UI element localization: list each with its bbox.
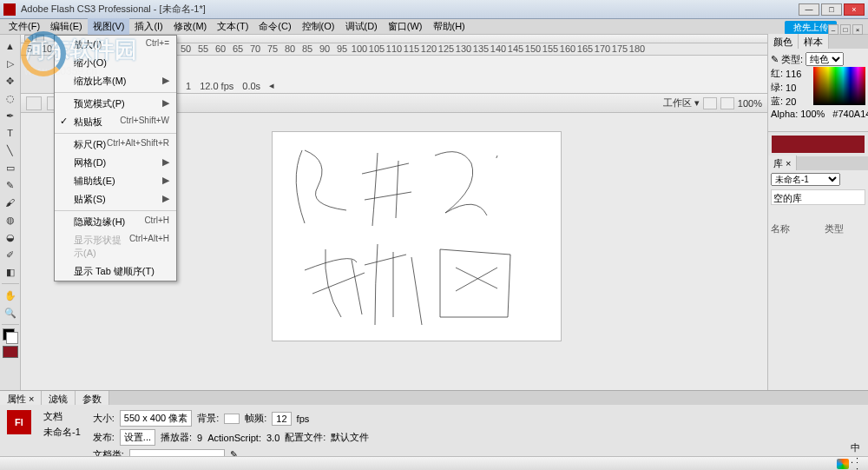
doc-label: 文档 bbox=[43, 410, 62, 423]
minimize-button[interactable]: — bbox=[799, 3, 819, 16]
doc-window-controls: – □ × bbox=[828, 24, 863, 35]
view-menu-dropdown: 放大(I)Ctrl+= 缩小(O) 缩放比率(M)▶ 预览模式(P)▶ ✓粘贴板… bbox=[54, 35, 177, 281]
zoom-value[interactable]: 100% bbox=[738, 98, 762, 109]
properties-panel: 属性 × 滤镜 参数 Fl 文档 未命名-1 大小: 550 x 400 像素 … bbox=[0, 390, 868, 456]
menu-item[interactable]: 窗口(W) bbox=[383, 18, 428, 35]
menu-item[interactable]: 视图(V) bbox=[88, 18, 130, 35]
ink-bottle-tool[interactable]: ◍ bbox=[2, 212, 19, 228]
window-title: Adobe Flash CS3 Professional - [未命名-1*] bbox=[21, 3, 206, 16]
canvas[interactable] bbox=[273, 132, 561, 341]
app-icon bbox=[3, 3, 16, 16]
menu-scale[interactable]: 缩放比率(M)▶ bbox=[55, 72, 176, 90]
doc-minimize[interactable]: – bbox=[828, 24, 838, 35]
workspace-label[interactable]: 工作区 ▾ bbox=[663, 96, 700, 109]
current-color-swatch bbox=[772, 136, 865, 153]
tool-separator bbox=[2, 283, 19, 284]
b-value[interactable]: 20 bbox=[786, 96, 796, 107]
eraser-tool[interactable]: ◧ bbox=[2, 264, 19, 280]
bg-swatch[interactable] bbox=[224, 414, 240, 424]
fill-type-select[interactable]: 纯色 bbox=[806, 52, 844, 66]
paint-bucket-tool[interactable]: ◒ bbox=[2, 229, 19, 245]
text-tool[interactable]: T bbox=[2, 125, 19, 141]
menu-preview[interactable]: 预览模式(P)▶ bbox=[55, 95, 176, 113]
color-tab[interactable]: 颜色 bbox=[768, 34, 799, 50]
library-empty: 空的库 bbox=[771, 189, 865, 205]
workspace-icon[interactable] bbox=[703, 97, 717, 109]
free-transform-tool[interactable]: ✥ bbox=[2, 73, 19, 89]
ime-bar[interactable]: 中 . : , ; — bbox=[837, 459, 863, 469]
menubar: 文件(F)编辑(E)视图(V)插入(I)修改(M)文本(T)命令(C)控制(O)… bbox=[0, 19, 868, 35]
system-tray: 中 . : , ; — bbox=[837, 459, 863, 469]
hex-value[interactable]: #740A14 bbox=[832, 109, 868, 119]
menu-item[interactable]: 修改(M) bbox=[168, 18, 213, 35]
brush-tool[interactable]: 🖌 bbox=[2, 195, 19, 210]
tab-params[interactable]: 参数 bbox=[76, 391, 109, 405]
menu-tab-order[interactable]: 显示 Tab 键顺序(T) bbox=[55, 262, 176, 281]
window-controls: — □ × bbox=[799, 3, 865, 16]
scene-icon[interactable] bbox=[26, 96, 42, 110]
library-tab: 库 × bbox=[768, 156, 868, 170]
tab-properties[interactable]: 属性 × bbox=[0, 391, 42, 405]
line-tool[interactable]: ╲ bbox=[2, 142, 19, 158]
eyedropper-tool[interactable]: ✐ bbox=[2, 247, 19, 262]
alpha-value[interactable]: 100% bbox=[800, 109, 825, 119]
g-value[interactable]: 10 bbox=[786, 83, 796, 93]
menu-zoomin[interactable]: 放大(I)Ctrl+= bbox=[55, 36, 176, 54]
taskbar: 中 . : , ; — bbox=[0, 456, 868, 470]
doc-name: 未命名-1 bbox=[43, 426, 81, 439]
tool-separator bbox=[2, 324, 19, 325]
fps-input[interactable]: 12 bbox=[272, 412, 291, 426]
menu-item[interactable]: 帮助(H) bbox=[428, 18, 470, 35]
color-spectrum[interactable] bbox=[813, 67, 865, 105]
library-doc-select[interactable]: 未命名-1 bbox=[771, 173, 840, 186]
tab-filters[interactable]: 滤镜 bbox=[42, 391, 76, 405]
menu-zoomout[interactable]: 缩小(O) bbox=[55, 54, 176, 72]
selection-tool[interactable]: ▲ bbox=[2, 38, 19, 54]
settings-button[interactable]: 设置... bbox=[120, 429, 155, 446]
stage-fit-icon[interactable] bbox=[720, 97, 734, 109]
fill-color-swatch[interactable] bbox=[3, 346, 18, 358]
menu-shape-hints[interactable]: 显示形状提示(A)Ctrl+Alt+H bbox=[55, 231, 176, 262]
menu-item[interactable]: 控制(O) bbox=[297, 18, 340, 35]
lasso-tool[interactable]: ◌ bbox=[2, 90, 19, 106]
doc-close[interactable]: × bbox=[852, 24, 863, 35]
menu-item[interactable]: 编辑(E) bbox=[45, 18, 88, 35]
col-name[interactable]: 名称 bbox=[771, 222, 790, 235]
menu-pasteboard[interactable]: ✓粘贴板Ctrl+Shift+W bbox=[55, 113, 176, 131]
menu-item[interactable]: 命令(C) bbox=[253, 18, 296, 35]
drawing bbox=[273, 132, 561, 341]
maximize-button[interactable]: □ bbox=[821, 3, 842, 16]
pencil-tool[interactable]: ✎ bbox=[2, 177, 19, 193]
subselection-tool[interactable]: ▷ bbox=[2, 56, 19, 71]
menu-item[interactable]: 调试(D) bbox=[340, 18, 383, 35]
menu-guides[interactable]: 辅助线(E)▶ bbox=[55, 172, 176, 190]
pen-tool[interactable]: ✒ bbox=[2, 108, 19, 123]
menu-grid[interactable]: 网格(D)▶ bbox=[55, 154, 176, 172]
rectangle-tool[interactable]: ▭ bbox=[2, 160, 19, 175]
hand-tool[interactable]: ✋ bbox=[2, 288, 19, 303]
menu-item[interactable]: 文本(T) bbox=[212, 18, 253, 35]
menu-hide-edges[interactable]: 隐藏边缘(H)Ctrl+H bbox=[55, 213, 176, 231]
color-panel: ✎类型:纯色 红:116 绿:10 蓝:20 Alpha:100% #740A1… bbox=[768, 49, 868, 132]
r-value[interactable]: 116 bbox=[786, 69, 801, 79]
color-panel-tabs: 颜色 样本 bbox=[768, 35, 868, 49]
menu-item[interactable]: 插入(I) bbox=[129, 18, 168, 35]
stroke-fill-swatch[interactable] bbox=[3, 328, 18, 344]
menu-snap[interactable]: 贴紧(S)▶ bbox=[55, 190, 176, 209]
close-button[interactable]: × bbox=[844, 3, 865, 16]
document-icon: Fl bbox=[7, 410, 31, 434]
doc-restore[interactable]: □ bbox=[840, 24, 851, 35]
sogou-icon bbox=[837, 459, 849, 469]
toolbox: ▲ ▷ ✥ ◌ ✒ T ╲ ▭ ✎ 🖌 ◍ ◒ ✐ ◧ ✋ 🔍 bbox=[0, 35, 21, 408]
zoom-tool[interactable]: 🔍 bbox=[2, 305, 19, 321]
col-type[interactable]: 类型 bbox=[825, 222, 844, 235]
menu-ruler[interactable]: 标尺(R)Ctrl+Alt+Shift+R bbox=[55, 136, 176, 154]
menu-item[interactable]: 文件(F) bbox=[3, 18, 45, 35]
titlebar: Adobe Flash CS3 Professional - [未命名-1*] … bbox=[0, 0, 868, 19]
swatches-tab[interactable]: 样本 bbox=[799, 34, 829, 50]
size-button[interactable]: 550 x 400 像素 bbox=[120, 410, 192, 427]
